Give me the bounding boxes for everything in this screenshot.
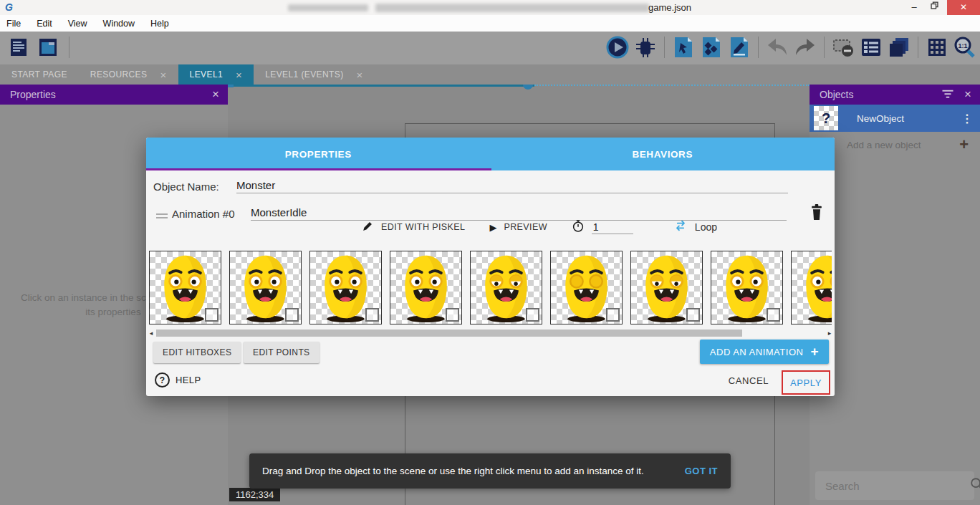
selection-dotted-edge [534,85,810,86]
apply-highlight-box: APPLY [782,370,830,395]
close-tab-icon[interactable]: × [160,69,166,81]
window-title: game.json [648,2,691,13]
add-animation-button[interactable]: ADD AN ANIMATION + [700,340,829,364]
gdevelop-logo-icon: G [5,1,13,13]
loop-toggle[interactable]: Loop [695,221,717,233]
close-button[interactable]: ✕ [947,0,980,15]
delete-instances-icon[interactable] [831,35,855,59]
frame-checkbox[interactable] [205,308,218,322]
open-objects-editor-icon[interactable] [699,35,724,59]
object-editor-dialog: PROPERTIES BEHAVIORS Object Name: Animat… [146,138,835,396]
active-tab-indicator [146,168,491,170]
object-search-box[interactable] [815,471,974,500]
tab-resources[interactable]: RESOURCES× [79,64,178,85]
frame-checkbox[interactable] [767,308,780,322]
menu-help[interactable]: Help [150,19,169,29]
properties-panel-title: Properties [10,89,212,100]
help-button[interactable]: ? HELP [155,372,201,388]
close-tab-icon[interactable]: × [236,69,242,81]
animation-frame[interactable] [149,251,221,324]
snackbar-message: Drag and Drop the object to the scene or… [262,466,672,476]
apply-button[interactable]: APPLY [790,377,822,388]
animation-frame[interactable] [791,251,832,324]
scroll-right-icon[interactable]: ▸ [826,330,833,337]
animation-frame[interactable] [630,251,703,324]
delete-animation-icon[interactable] [809,203,825,223]
open-events-editor-icon[interactable] [727,35,751,59]
toolbar-separator [664,37,665,58]
object-list-item-newobject[interactable]: ? NewObject ⋮ [810,105,980,132]
debug-icon[interactable] [633,35,658,59]
object-name-input[interactable] [236,178,788,193]
selection-resize-handle[interactable] [523,85,533,90]
frame-checkbox[interactable] [526,308,539,322]
tab-level1-events[interactable]: LEVEL1 (EVENTS)× [254,64,375,85]
selection-corner-handle[interactable] [228,85,234,87]
loop-icon[interactable] [673,218,688,236]
minimize-button[interactable]: – [904,0,924,15]
search-input[interactable] [824,479,969,493]
redo-icon[interactable] [793,35,817,59]
plus-icon[interactable]: + [959,135,969,154]
animation-frame[interactable] [390,251,462,324]
redacted-text [375,4,649,12]
timer-icon [572,219,585,236]
preview-play-icon[interactable] [605,35,630,59]
frame-checkbox[interactable] [285,308,299,322]
tab-behaviors[interactable]: BEHAVIORS [491,138,835,170]
animation-frame[interactable] [309,251,382,324]
add-object-row[interactable]: Add a new object + [810,132,980,158]
close-tab-icon[interactable]: × [357,69,363,81]
time-between-frames-input[interactable] [592,221,633,234]
preview-button[interactable]: PREVIEW [504,222,547,232]
frames-scrollbar[interactable]: ◂ ▸ [148,328,833,338]
toolbar: 1:1 [0,32,980,64]
animation-frame[interactable] [550,251,623,324]
cursor-coordinates: 1162;334 [229,488,280,501]
filter-list-icon[interactable] [941,89,954,101]
frame-checkbox[interactable] [446,308,459,322]
animation-frame[interactable] [229,251,302,324]
undo-icon[interactable] [765,35,789,59]
menu-window[interactable]: Window [103,19,135,29]
selection-edge [228,85,534,87]
tab-properties[interactable]: PROPERTIES [146,138,491,170]
zoom-1-1-icon[interactable]: 1:1 [953,35,977,59]
frame-checkbox[interactable] [365,308,379,322]
menu-edit[interactable]: Edit [37,19,52,29]
grid-icon[interactable] [925,35,949,59]
tab-start-page[interactable]: START PAGE [0,64,79,85]
edit-with-piskel-button[interactable]: EDIT WITH PISKEL [381,222,465,232]
scroll-left-icon[interactable]: ◂ [148,330,155,337]
restore-button[interactable] [924,0,944,15]
scrollbar-thumb[interactable] [156,330,742,337]
edit-points-button[interactable]: EDIT POINTS [244,342,320,363]
project-manager-icon[interactable] [6,35,30,59]
objects-panel-header: Objects × [810,85,980,105]
menu-view[interactable]: View [68,19,87,29]
close-panel-icon[interactable]: × [212,87,219,102]
edit-hitboxes-button[interactable]: EDIT HITBOXES [153,342,241,363]
instances-list-icon[interactable] [859,35,883,59]
redacted-text [288,4,368,11]
frame-checkbox[interactable] [686,308,700,322]
layers-icon[interactable] [887,35,911,59]
toolbar-separator [758,37,759,58]
object-menu-icon[interactable]: ⋮ [961,112,973,125]
restore-icon [930,1,939,10]
frame-checkbox[interactable] [606,308,620,322]
close-panel-icon[interactable]: × [964,87,971,102]
animation-controls: EDIT WITH PISKEL ▶ PREVIEW Loop [146,216,774,238]
got-it-button[interactable]: GOT IT [685,466,718,476]
plus-icon: + [810,344,819,360]
object-thumbnail: ? [814,106,838,130]
animation-frame[interactable] [470,251,542,324]
menu-file[interactable]: File [6,19,21,29]
tab-level1[interactable]: LEVEL1× [178,64,254,85]
cancel-button[interactable]: CANCEL [729,375,769,386]
open-scene-editor-icon[interactable] [671,35,696,59]
scene-properties-icon[interactable] [36,35,60,59]
objects-panel-title: Objects [820,89,941,100]
object-name-field-label: Object Name: [153,181,219,193]
animation-frame[interactable] [711,251,783,324]
